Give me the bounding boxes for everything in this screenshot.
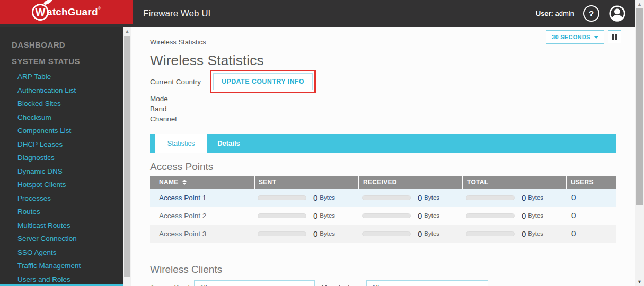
- sent-cell: 0 Bytes: [254, 193, 358, 202]
- mode-label: Mode: [150, 94, 635, 104]
- user-label: User:: [536, 10, 553, 17]
- sidebar-item-traffic-management[interactable]: Traffic Management: [0, 259, 123, 273]
- ap-name: Access Point 1: [150, 194, 254, 202]
- tab-bar: Statistics Details: [150, 134, 616, 153]
- sidebar-item-processes[interactable]: Processes: [0, 192, 123, 205]
- total-unit: Bytes: [528, 230, 543, 237]
- sidebar-item-diagnostics[interactable]: Diagnostics: [0, 151, 123, 165]
- help-icon[interactable]: ?: [583, 5, 599, 22]
- access-point-filter-label: Access Point: [150, 283, 190, 286]
- progress-bar: [466, 213, 515, 218]
- page: W atchGuard® Fireware Web UI User: admin…: [0, 0, 644, 286]
- wireless-clients-filters: Access Point All Manufacturer All: [150, 280, 635, 286]
- sidebar-scrollbar[interactable]: ▲: [123, 27, 131, 286]
- received-cell: 0 Bytes: [358, 211, 462, 220]
- ap-name: Access Point 2: [150, 212, 254, 220]
- total-unit: Bytes: [528, 212, 543, 219]
- pause-icon: [612, 34, 614, 40]
- current-country-label: Current Country: [150, 78, 210, 86]
- total-unit: Bytes: [528, 194, 543, 201]
- column-header-total: TOTAL: [462, 176, 566, 189]
- users-value: 0: [571, 229, 576, 238]
- sidebar-section-system-status[interactable]: SYSTEM STATUS: [0, 55, 123, 68]
- sort-icon: [182, 180, 187, 185]
- user-account-icon[interactable]: [608, 5, 626, 22]
- tab-details[interactable]: Details: [207, 134, 251, 153]
- sidebar-item-dynamic-dns[interactable]: Dynamic DNS: [0, 165, 123, 178]
- manufacturer-select[interactable]: All: [366, 280, 488, 286]
- progress-bar: [258, 213, 306, 218]
- received-cell: 0 Bytes: [358, 229, 462, 238]
- logo-flame-icon: [43, 0, 52, 6]
- sidebar-item-routes[interactable]: Routes: [0, 205, 123, 219]
- total-value: 0: [522, 193, 526, 202]
- received-unit: Bytes: [424, 194, 439, 201]
- sidebar-item-arp-table[interactable]: ARP Table: [0, 70, 123, 84]
- received-value: 0: [418, 229, 422, 238]
- received-unit: Bytes: [424, 230, 439, 237]
- total-cell: 0 Bytes: [462, 229, 566, 238]
- scroll-down-icon[interactable]: ▼: [635, 279, 644, 284]
- total-cell: 0 Bytes: [462, 211, 566, 220]
- user-indicator: User: admin: [536, 10, 574, 17]
- total-cell: 0 Bytes: [462, 193, 566, 202]
- sent-unit: Bytes: [320, 230, 335, 237]
- page-scrollbar[interactable]: ▲ ▼: [635, 0, 644, 286]
- update-country-info-button[interactable]: UPDATE COUNTRY INFO: [213, 73, 313, 90]
- sidebar-item-dhcp-leases[interactable]: DHCP Leases: [0, 138, 123, 151]
- content-area: Wireless Statistics Wireless Statistics …: [131, 27, 635, 286]
- manufacturer-filter-label: Manufacturer: [321, 283, 362, 286]
- table-header-row: NAME SENT RECEIVED TOTAL USERS: [150, 176, 616, 189]
- tab-statistics[interactable]: Statistics: [155, 134, 207, 153]
- sidebar-item-sso-agents[interactable]: SSO Agents: [0, 246, 123, 260]
- received-unit: Bytes: [424, 212, 439, 219]
- sidebar-item-server-connection[interactable]: Server Connection: [0, 232, 123, 246]
- watchguard-logo[interactable]: W atchGuard®: [0, 0, 133, 24]
- table-row[interactable]: Access Point 1 0 Bytes 0 Bytes 0 B: [150, 189, 616, 207]
- progress-bar: [362, 213, 411, 218]
- table-row[interactable]: Access Point 2 0 Bytes 0 Bytes 0 B: [150, 207, 616, 225]
- app-header: W atchGuard® Fireware Web UI User: admin…: [0, 0, 635, 27]
- sidebar-item-multicast-routes[interactable]: Multicast Routes: [0, 219, 123, 233]
- manufacturer-select-value: All: [372, 283, 379, 286]
- page-title: Wireless Statistics: [150, 52, 635, 69]
- registered-mark: ®: [98, 6, 101, 10]
- logo-text: atchGuard®: [47, 6, 101, 18]
- progress-bar: [466, 231, 515, 236]
- access-point-select[interactable]: All: [194, 280, 315, 286]
- sidebar-item-dashboard[interactable]: DASHBOARD: [0, 39, 123, 51]
- app-title: Fireware Web UI: [143, 0, 210, 27]
- pause-button[interactable]: [608, 30, 621, 43]
- column-header-name[interactable]: NAME: [150, 176, 254, 189]
- page-scrollbar-thumb[interactable]: [636, 8, 643, 205]
- total-value: 0: [522, 229, 526, 238]
- annotation-highlight-box: UPDATE COUNTRY INFO: [210, 70, 316, 93]
- progress-bar: [258, 195, 306, 200]
- sent-cell: 0 Bytes: [254, 211, 358, 220]
- table-row[interactable]: Access Point 3 0 Bytes 0 Bytes 0 B: [150, 225, 616, 243]
- progress-bar: [258, 231, 306, 236]
- sent-value: 0: [313, 193, 317, 202]
- sidebar: DASHBOARD SYSTEM STATUS ARP Table Authen…: [0, 27, 123, 286]
- sidebar-active-item-edge: [0, 284, 123, 286]
- users-value: 0: [571, 211, 576, 220]
- chevron-down-icon: [306, 284, 312, 286]
- channel-label: Channel: [150, 114, 635, 124]
- sidebar-item-blocked-sites[interactable]: Blocked Sites: [0, 97, 123, 111]
- sidebar-item-checksum[interactable]: Checksum: [0, 111, 123, 124]
- received-cell: 0 Bytes: [358, 193, 462, 202]
- access-points-table: NAME SENT RECEIVED TOTAL USERS Access Po…: [150, 176, 616, 243]
- sidebar-item-authentication-list[interactable]: Authentication List: [0, 84, 123, 97]
- sidebar-item-components-list[interactable]: Components List: [0, 124, 123, 138]
- access-point-select-value: All: [199, 283, 207, 286]
- scroll-up-icon[interactable]: ▲: [635, 2, 644, 7]
- sidebar-scrollbar-thumb[interactable]: [124, 36, 130, 277]
- refresh-controls: 30 SECONDS: [546, 30, 621, 44]
- scroll-up-icon[interactable]: ▲: [123, 29, 131, 34]
- sent-value: 0: [313, 211, 317, 220]
- total-value: 0: [522, 211, 526, 220]
- ap-name: Access Point 3: [150, 230, 254, 238]
- users-value: 0: [571, 193, 576, 202]
- refresh-interval-dropdown[interactable]: 30 SECONDS: [546, 30, 604, 44]
- sidebar-item-hotspot-clients[interactable]: Hotspot Clients: [0, 178, 123, 192]
